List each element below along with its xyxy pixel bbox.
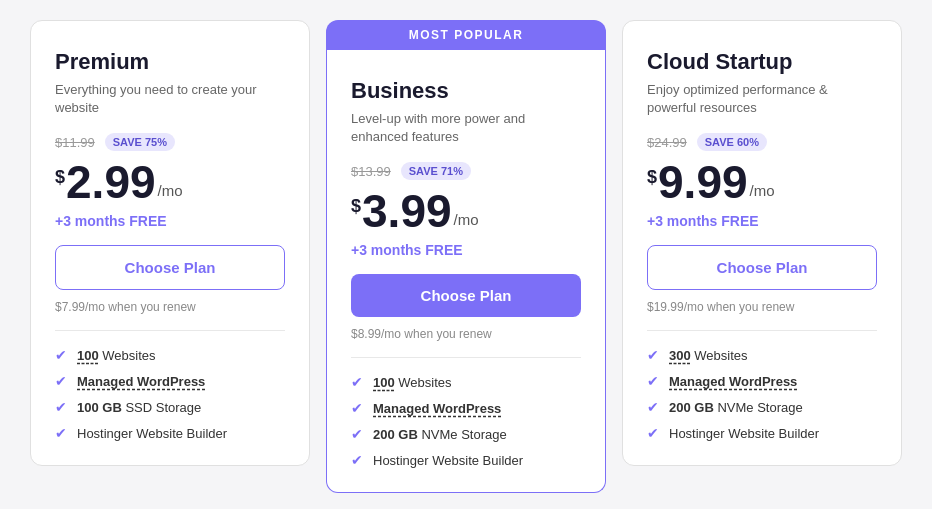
feature-text: 100 GB SSD Storage [77, 400, 201, 415]
original-price: $24.99 [647, 135, 687, 150]
save-badge: SAVE 60% [697, 133, 767, 151]
most-popular-badge: MOST POPULAR [326, 20, 606, 50]
feature-text: Managed WordPress [77, 374, 205, 389]
feature-list: ✔ 100 Websites ✔ Managed WordPress ✔ 200… [351, 374, 581, 468]
price-number: 3.99 [362, 188, 452, 234]
divider [647, 330, 877, 331]
feature-text: Managed WordPress [669, 374, 797, 389]
check-icon: ✔ [55, 347, 67, 363]
check-icon: ✔ [55, 399, 67, 415]
feature-text: 100 Websites [373, 375, 452, 390]
feature-text: Managed WordPress [373, 401, 501, 416]
original-price: $13.99 [351, 164, 391, 179]
currency-symbol: $ [55, 167, 65, 188]
feature-item: ✔ 100 Websites [351, 374, 581, 390]
plan-wrapper-premium: Premium Everything you need to create yo… [30, 20, 310, 466]
check-icon: ✔ [351, 374, 363, 390]
price-display: $ 3.99 /mo [351, 188, 581, 234]
free-months: +3 months FREE [647, 213, 877, 229]
choose-plan-button-business[interactable]: Choose Plan [351, 274, 581, 317]
plan-name: Cloud Startup [647, 49, 877, 75]
check-icon: ✔ [351, 400, 363, 416]
plan-name: Premium [55, 49, 285, 75]
plan-card-business: Business Level-up with more power and en… [326, 50, 606, 493]
check-icon: ✔ [647, 373, 659, 389]
feature-item: ✔ 200 GB NVMe Storage [351, 426, 581, 442]
original-price: $11.99 [55, 135, 95, 150]
feature-text: Hostinger Website Builder [77, 426, 227, 441]
feature-text: Hostinger Website Builder [373, 453, 523, 468]
feature-text: Hostinger Website Builder [669, 426, 819, 441]
feature-list: ✔ 300 Websites ✔ Managed WordPress ✔ 200… [647, 347, 877, 441]
check-icon: ✔ [55, 373, 67, 389]
check-icon: ✔ [351, 452, 363, 468]
popular-wrapper: MOST POPULAR Business Level-up with more… [326, 20, 606, 493]
feature-item: ✔ Hostinger Website Builder [351, 452, 581, 468]
renew-note: $7.99/mo when you renew [55, 300, 285, 314]
choose-plan-button-premium[interactable]: Choose Plan [55, 245, 285, 290]
price-period: /mo [158, 182, 183, 199]
price-period: /mo [454, 211, 479, 228]
renew-note: $8.99/mo when you renew [351, 327, 581, 341]
price-number: 2.99 [66, 159, 156, 205]
free-months: +3 months FREE [351, 242, 581, 258]
free-months: +3 months FREE [55, 213, 285, 229]
feature-item: ✔ Hostinger Website Builder [647, 425, 877, 441]
price-row: $13.99 SAVE 71% [351, 162, 581, 180]
check-icon: ✔ [647, 425, 659, 441]
feature-item: ✔ Managed WordPress [351, 400, 581, 416]
price-number: 9.99 [658, 159, 748, 205]
feature-list: ✔ 100 Websites ✔ Managed WordPress ✔ 100… [55, 347, 285, 441]
plan-name: Business [351, 78, 581, 104]
check-icon: ✔ [647, 347, 659, 363]
currency-symbol: $ [351, 196, 361, 217]
renew-note: $19.99/mo when you renew [647, 300, 877, 314]
plan-description: Everything you need to create your websi… [55, 81, 285, 117]
feature-item: ✔ 100 GB SSD Storage [55, 399, 285, 415]
plans-container: Premium Everything you need to create yo… [30, 20, 902, 493]
price-row: $11.99 SAVE 75% [55, 133, 285, 151]
feature-item: ✔ 300 Websites [647, 347, 877, 363]
plan-wrapper-cloud-startup: Cloud Startup Enjoy optimized performanc… [622, 20, 902, 466]
check-icon: ✔ [647, 399, 659, 415]
plan-description: Enjoy optimized performance & powerful r… [647, 81, 877, 117]
plan-card-premium: Premium Everything you need to create yo… [30, 20, 310, 466]
price-display: $ 9.99 /mo [647, 159, 877, 205]
feature-item: ✔ 100 Websites [55, 347, 285, 363]
feature-item: ✔ Managed WordPress [55, 373, 285, 389]
check-icon: ✔ [351, 426, 363, 442]
feature-item: ✔ 200 GB NVMe Storage [647, 399, 877, 415]
price-display: $ 2.99 /mo [55, 159, 285, 205]
plan-description: Level-up with more power and enhanced fe… [351, 110, 581, 146]
price-period: /mo [750, 182, 775, 199]
price-row: $24.99 SAVE 60% [647, 133, 877, 151]
check-icon: ✔ [55, 425, 67, 441]
save-badge: SAVE 75% [105, 133, 175, 151]
currency-symbol: $ [647, 167, 657, 188]
feature-text: 200 GB NVMe Storage [373, 427, 507, 442]
divider [351, 357, 581, 358]
feature-text: 300 Websites [669, 348, 748, 363]
feature-item: ✔ Managed WordPress [647, 373, 877, 389]
feature-text: 100 Websites [77, 348, 156, 363]
feature-item: ✔ Hostinger Website Builder [55, 425, 285, 441]
plan-card-cloud-startup: Cloud Startup Enjoy optimized performanc… [622, 20, 902, 466]
divider [55, 330, 285, 331]
feature-text: 200 GB NVMe Storage [669, 400, 803, 415]
choose-plan-button-cloud-startup[interactable]: Choose Plan [647, 245, 877, 290]
save-badge: SAVE 71% [401, 162, 471, 180]
